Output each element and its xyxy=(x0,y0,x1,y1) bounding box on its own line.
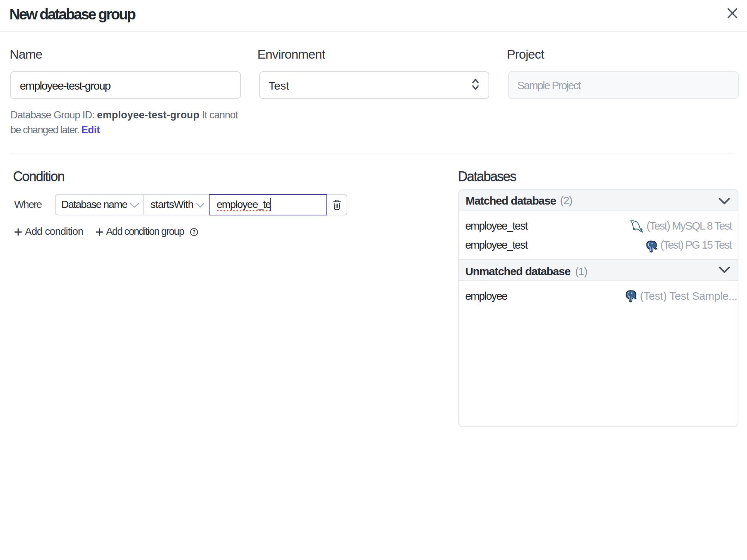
svg-text:?: ? xyxy=(192,229,196,235)
